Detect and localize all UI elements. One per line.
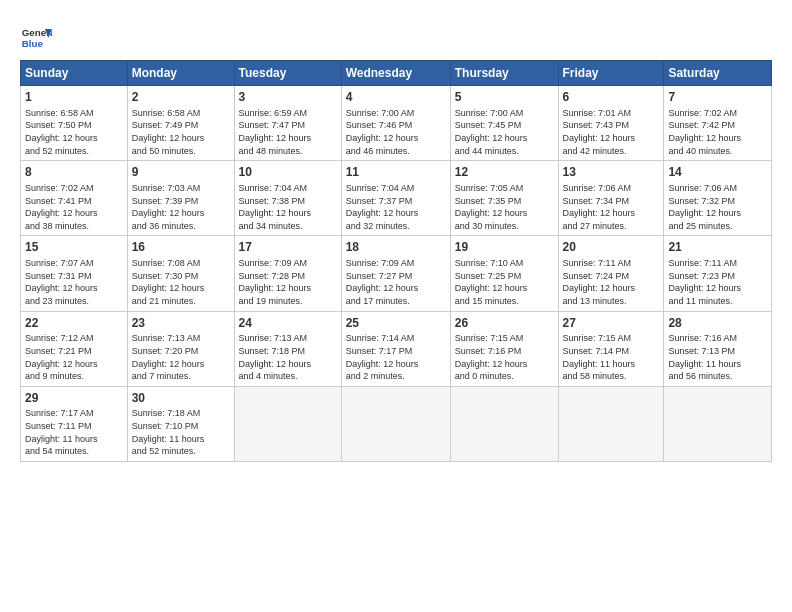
day-number: 8 [25, 164, 123, 181]
day-of-week-header: Wednesday [341, 61, 450, 86]
day-info: and 19 minutes. [239, 295, 337, 308]
day-info: Sunrise: 7:01 AM [563, 107, 660, 120]
calendar-cell: 16Sunrise: 7:08 AMSunset: 7:30 PMDayligh… [127, 236, 234, 311]
calendar-cell [450, 386, 558, 461]
day-info: Sunset: 7:18 PM [239, 345, 337, 358]
day-info: Sunset: 7:32 PM [668, 195, 767, 208]
day-info: Sunset: 7:11 PM [25, 420, 123, 433]
calendar-table: SundayMondayTuesdayWednesdayThursdayFrid… [20, 60, 772, 462]
day-info: and 50 minutes. [132, 145, 230, 158]
day-info: Daylight: 12 hours [455, 132, 554, 145]
day-info: Daylight: 12 hours [25, 132, 123, 145]
day-info: Sunset: 7:43 PM [563, 119, 660, 132]
day-info: and 54 minutes. [25, 445, 123, 458]
day-info: and 40 minutes. [668, 145, 767, 158]
day-info: and 44 minutes. [455, 145, 554, 158]
calendar-cell: 15Sunrise: 7:07 AMSunset: 7:31 PMDayligh… [21, 236, 128, 311]
calendar-cell: 6Sunrise: 7:01 AMSunset: 7:43 PMDaylight… [558, 86, 664, 161]
day-info: and 13 minutes. [563, 295, 660, 308]
day-info: Daylight: 12 hours [132, 207, 230, 220]
day-number: 5 [455, 89, 554, 106]
day-number: 3 [239, 89, 337, 106]
day-info: Sunset: 7:21 PM [25, 345, 123, 358]
day-info: Daylight: 12 hours [563, 207, 660, 220]
calendar-row: 22Sunrise: 7:12 AMSunset: 7:21 PMDayligh… [21, 311, 772, 386]
day-info: and 52 minutes. [132, 445, 230, 458]
day-number: 6 [563, 89, 660, 106]
day-info: Sunrise: 6:59 AM [239, 107, 337, 120]
day-info: Sunset: 7:47 PM [239, 119, 337, 132]
day-info: and 32 minutes. [346, 220, 446, 233]
day-info: Sunset: 7:37 PM [346, 195, 446, 208]
day-info: Daylight: 12 hours [239, 282, 337, 295]
day-info: and 58 minutes. [563, 370, 660, 383]
day-info: Daylight: 12 hours [346, 282, 446, 295]
day-info: and 34 minutes. [239, 220, 337, 233]
day-info: and 15 minutes. [455, 295, 554, 308]
day-info: Daylight: 12 hours [346, 358, 446, 371]
day-info: and 23 minutes. [25, 295, 123, 308]
day-info: Sunset: 7:23 PM [668, 270, 767, 283]
day-info: Sunrise: 7:13 AM [239, 332, 337, 345]
calendar-cell [234, 386, 341, 461]
calendar-cell [341, 386, 450, 461]
day-info: Daylight: 12 hours [132, 132, 230, 145]
day-info: Sunrise: 7:11 AM [668, 257, 767, 270]
day-info: Daylight: 12 hours [25, 282, 123, 295]
day-info: Daylight: 12 hours [132, 358, 230, 371]
day-info: Sunrise: 7:16 AM [668, 332, 767, 345]
day-info: Sunrise: 6:58 AM [25, 107, 123, 120]
day-number: 28 [668, 315, 767, 332]
calendar-cell: 12Sunrise: 7:05 AMSunset: 7:35 PMDayligh… [450, 161, 558, 236]
calendar-cell: 1Sunrise: 6:58 AMSunset: 7:50 PMDaylight… [21, 86, 128, 161]
day-number: 4 [346, 89, 446, 106]
day-info: and 48 minutes. [239, 145, 337, 158]
calendar-cell: 18Sunrise: 7:09 AMSunset: 7:27 PMDayligh… [341, 236, 450, 311]
calendar-cell [664, 386, 772, 461]
calendar-cell: 29Sunrise: 7:17 AMSunset: 7:11 PMDayligh… [21, 386, 128, 461]
day-info: and 2 minutes. [346, 370, 446, 383]
day-info: and 27 minutes. [563, 220, 660, 233]
day-info: Sunset: 7:31 PM [25, 270, 123, 283]
day-info: Sunrise: 7:04 AM [239, 182, 337, 195]
calendar-cell: 22Sunrise: 7:12 AMSunset: 7:21 PMDayligh… [21, 311, 128, 386]
day-info: Sunrise: 7:07 AM [25, 257, 123, 270]
day-number: 18 [346, 239, 446, 256]
day-info: Sunrise: 7:17 AM [25, 407, 123, 420]
page: General Blue SundayMondayTuesdayWednesda… [0, 0, 792, 472]
day-number: 17 [239, 239, 337, 256]
day-number: 26 [455, 315, 554, 332]
day-info: and 0 minutes. [455, 370, 554, 383]
day-info: Sunset: 7:42 PM [668, 119, 767, 132]
day-number: 16 [132, 239, 230, 256]
day-info: Sunrise: 7:09 AM [239, 257, 337, 270]
calendar-cell: 3Sunrise: 6:59 AMSunset: 7:47 PMDaylight… [234, 86, 341, 161]
day-info: and 52 minutes. [25, 145, 123, 158]
day-info: Sunset: 7:38 PM [239, 195, 337, 208]
day-info: Sunrise: 7:08 AM [132, 257, 230, 270]
calendar-cell: 7Sunrise: 7:02 AMSunset: 7:42 PMDaylight… [664, 86, 772, 161]
day-info: Sunrise: 7:13 AM [132, 332, 230, 345]
day-info: Sunset: 7:27 PM [346, 270, 446, 283]
day-of-week-header: Sunday [21, 61, 128, 86]
day-number: 11 [346, 164, 446, 181]
day-info: Sunset: 7:14 PM [563, 345, 660, 358]
day-info: Daylight: 12 hours [239, 207, 337, 220]
day-info: Sunset: 7:20 PM [132, 345, 230, 358]
day-info: Sunrise: 7:00 AM [346, 107, 446, 120]
calendar-cell: 23Sunrise: 7:13 AMSunset: 7:20 PMDayligh… [127, 311, 234, 386]
day-number: 20 [563, 239, 660, 256]
day-info: Sunrise: 7:05 AM [455, 182, 554, 195]
day-info: Sunrise: 7:10 AM [455, 257, 554, 270]
day-number: 30 [132, 390, 230, 407]
day-info: Daylight: 12 hours [239, 132, 337, 145]
day-info: Sunset: 7:30 PM [132, 270, 230, 283]
day-of-week-header: Friday [558, 61, 664, 86]
day-info: and 38 minutes. [25, 220, 123, 233]
calendar-cell: 20Sunrise: 7:11 AMSunset: 7:24 PMDayligh… [558, 236, 664, 311]
day-info: Daylight: 12 hours [668, 282, 767, 295]
day-info: Sunrise: 7:09 AM [346, 257, 446, 270]
day-of-week-header: Tuesday [234, 61, 341, 86]
calendar-cell: 9Sunrise: 7:03 AMSunset: 7:39 PMDaylight… [127, 161, 234, 236]
day-info: Sunrise: 7:12 AM [25, 332, 123, 345]
